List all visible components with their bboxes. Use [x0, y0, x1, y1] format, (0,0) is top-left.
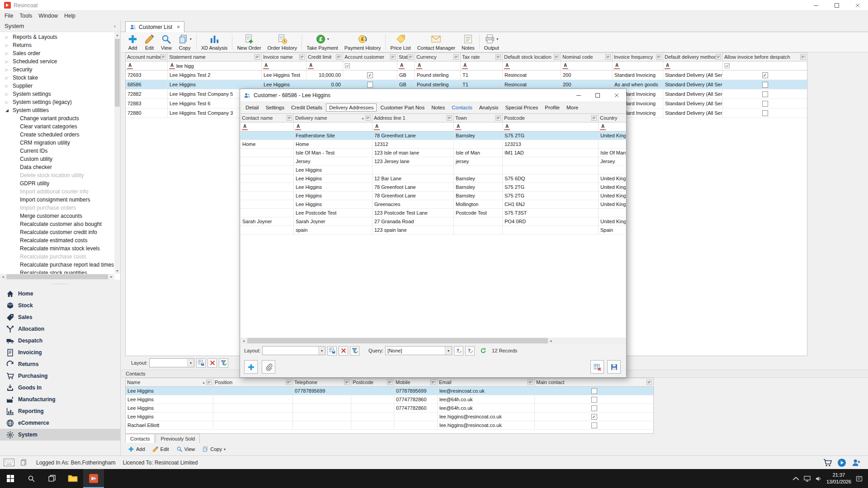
- attachments-button[interactable]: [262, 360, 275, 374]
- dropdown-caret-icon[interactable]: ▾: [327, 37, 329, 41]
- column-header-town[interactable]: Town: [454, 114, 503, 122]
- tree-item-recalculate-min-max-stock-levels[interactable]: Recalculate min/max stock levels: [0, 244, 114, 253]
- tree-item-clear-variant-categories[interactable]: Clear variant categories: [0, 122, 114, 131]
- scroll-left-icon[interactable]: ◄: [0, 275, 6, 278]
- column-menu-icon[interactable]: [160, 54, 166, 60]
- tab-customer-list[interactable]: Customer List ×: [125, 21, 184, 32]
- column-header-contact-name[interactable]: Contact name: [241, 114, 294, 122]
- column-header-default-delivery-method[interactable]: Default delivery method: [663, 53, 723, 61]
- dialog-tab-contacts[interactable]: Contacts: [448, 103, 475, 112]
- display-tray-icon[interactable]: [804, 476, 811, 482]
- notes-button[interactable]: Notes: [458, 32, 478, 52]
- close-icon[interactable]: [847, 0, 868, 10]
- tree-item-change-variant-products[interactable]: Change variant products: [0, 114, 114, 122]
- dialog-tab-credit-details[interactable]: Credit Details: [288, 103, 326, 112]
- tree-item-system-utilities[interactable]: ◢System utilities: [0, 106, 114, 114]
- tray-expand-icon[interactable]: [793, 476, 799, 482]
- dialog-layout-combobox[interactable]: ▾: [262, 346, 326, 355]
- filter-button[interactable]: [219, 358, 228, 368]
- column-header-position[interactable]: Position: [213, 378, 293, 386]
- resincoat-taskbar-button[interactable]: [83, 469, 104, 488]
- dialog-horizontal-scrollbar[interactable]: ◄ ►: [241, 338, 626, 344]
- order-history-button[interactable]: Order History: [264, 32, 300, 52]
- keyboard-icon[interactable]: [4, 459, 14, 466]
- tree-item-custom-utility[interactable]: Custom utility: [0, 155, 114, 163]
- filter-cell[interactable]: [343, 61, 397, 70]
- expand-icon[interactable]: ▷: [5, 43, 13, 47]
- table-row[interactable]: Lee Higgins07747782860lee@64h.co.uk: [126, 395, 654, 404]
- column-header-telephone[interactable]: Telephone: [293, 378, 351, 386]
- table-row[interactable]: Lee Higgins: [241, 166, 626, 174]
- tree-item-current-ids[interactable]: Current IDs: [0, 147, 114, 155]
- expand-icon[interactable]: ▷: [5, 92, 13, 96]
- table-row[interactable]: Lee Higgins0778789569907787895699lee@res…: [126, 387, 654, 395]
- tree-item-recalculate-customer-also-bought[interactable]: Recalculate customer also bought: [0, 220, 114, 228]
- table-row[interactable]: Rachael Elliottlee.higgins@resincoat.co.…: [126, 421, 654, 430]
- add-button[interactable]: Add: [125, 445, 148, 453]
- dialog-tab-notes[interactable]: Notes: [428, 103, 448, 112]
- column-menu-icon[interactable]: [336, 54, 341, 60]
- filter-cell[interactable]: A: [503, 122, 599, 131]
- collapse-icon[interactable]: ◢: [5, 108, 13, 113]
- action-center-icon[interactable]: [856, 476, 863, 482]
- row-checkbox[interactable]: [762, 101, 768, 107]
- dialog-tab-settings[interactable]: Settings: [262, 103, 288, 112]
- menu-item-help[interactable]: Help: [61, 12, 79, 20]
- column-header-postcode[interactable]: Postcode: [503, 114, 599, 122]
- copy-button[interactable]: ▾Copy: [175, 32, 195, 52]
- column-header-invoice-frequency[interactable]: Invoice frequency: [613, 53, 663, 61]
- column-menu-icon[interactable]: [453, 54, 459, 60]
- filter-cell[interactable]: Alee higg: [168, 61, 262, 70]
- tree-item-scheduled-service[interactable]: ▷Scheduled service: [0, 57, 114, 66]
- add-button[interactable]: Add: [124, 32, 141, 52]
- nav-item-system[interactable]: System: [0, 429, 120, 441]
- expand-icon[interactable]: ▷: [5, 84, 13, 88]
- column-menu-icon[interactable]: [286, 380, 291, 385]
- output-button[interactable]: ▾Output: [481, 32, 502, 52]
- menu-item-window[interactable]: Window: [35, 12, 61, 20]
- row-checkbox[interactable]: [762, 82, 768, 88]
- dialog-tab-analysis[interactable]: Analysis: [476, 103, 502, 112]
- nav-item-ecommerce[interactable]: eCommerce: [0, 417, 120, 429]
- filter-cell[interactable]: [723, 61, 807, 70]
- column-menu-icon[interactable]: [430, 380, 436, 385]
- tree-item-supplier[interactable]: ▷Supplier: [0, 82, 114, 90]
- table-row[interactable]: Lee Higginslee.higgins@resincoat.co.uk✓: [126, 413, 654, 421]
- volume-tray-icon[interactable]: [815, 476, 822, 482]
- table-row[interactable]: spain123 spain laneSpain: [241, 226, 626, 235]
- filter-cell[interactable]: A: [307, 61, 343, 70]
- scroll-right-icon[interactable]: ►: [548, 339, 555, 343]
- taskbar-clock[interactable]: 21:37 13/01/2026: [826, 472, 851, 486]
- column-menu-icon[interactable]: [255, 54, 260, 60]
- column-header-postcode[interactable]: Postcode: [351, 378, 394, 386]
- dialog-tab-special-prices[interactable]: Special Prices: [502, 103, 541, 112]
- sidebar-collapse-icon[interactable]: ‹: [114, 23, 116, 29]
- dialog-maximize-icon[interactable]: [588, 89, 607, 102]
- filter-cell[interactable]: A: [373, 122, 454, 131]
- scrollbar-thumb[interactable]: [115, 39, 120, 107]
- column-menu-icon[interactable]: [365, 115, 371, 121]
- column-header-tax-rate[interactable]: Tax rate: [461, 53, 503, 61]
- chevron-down-icon[interactable]: ▾: [187, 359, 194, 367]
- expand-icon[interactable]: ▷: [5, 52, 13, 56]
- tree-item-reports-layouts[interactable]: ▷Reports & Layouts: [0, 33, 114, 41]
- filter-cell[interactable]: A: [294, 122, 373, 131]
- row-checkbox[interactable]: [762, 110, 768, 116]
- column-menu-icon[interactable]: [591, 115, 597, 121]
- tree-item-security[interactable]: ▷Security: [0, 66, 114, 74]
- chevron-down-icon[interactable]: ▾: [445, 347, 452, 355]
- column-menu-icon[interactable]: [646, 380, 652, 385]
- filter-cell[interactable]: A: [241, 122, 294, 131]
- column-header-address-line-1[interactable]: Address line 1: [373, 114, 454, 122]
- bottom-tab-contacts[interactable]: Contacts: [125, 434, 155, 443]
- delete-layout-button[interactable]: [339, 346, 348, 356]
- tree-item-recalculate-purchase-report-lead-times[interactable]: Recalculate purchase report lead times: [0, 261, 114, 269]
- column-header-allow-invoice-before-despatch[interactable]: Allow invoice before despatch: [723, 53, 807, 61]
- filter-cell[interactable]: A: [663, 61, 723, 70]
- xd-analysis-button[interactable]: XD Analysis: [198, 32, 231, 52]
- filter-cell[interactable]: A: [561, 61, 613, 70]
- save-layout-button[interactable]: [327, 346, 337, 356]
- expand-icon[interactable]: ▷: [5, 60, 13, 64]
- dialog-minimize-icon[interactable]: [569, 89, 588, 102]
- nav-item-reporting[interactable]: Reporting: [0, 405, 120, 417]
